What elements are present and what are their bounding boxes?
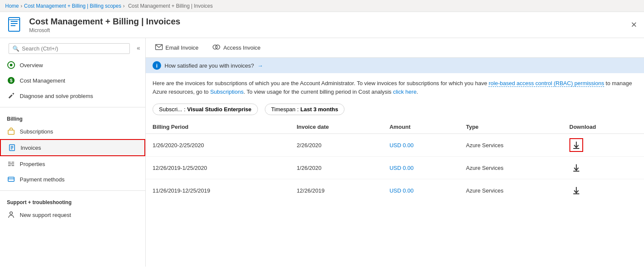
billing-icon bbox=[7, 16, 24, 33]
page-header: Cost Management + Billing | Invoices Mic… bbox=[0, 12, 644, 38]
subscriptions-icon bbox=[7, 127, 15, 136]
svg-rect-9 bbox=[8, 130, 14, 134]
svg-point-21 bbox=[10, 212, 12, 214]
page-header-text: Cost Management + Billing | Invoices Mic… bbox=[29, 17, 180, 33]
click-here-link[interactable]: click here bbox=[393, 89, 416, 95]
table-row: 1/26/2020-2/25/20202/26/2020USD 0.00Azur… bbox=[146, 134, 644, 157]
amount-cell[interactable]: USD 0.00 bbox=[383, 179, 459, 202]
email-icon bbox=[155, 44, 163, 51]
col-type: Type bbox=[459, 120, 562, 134]
sidebar-item-support-request[interactable]: New support request bbox=[0, 207, 145, 222]
description-area: Here are the invoices for subscriptions … bbox=[146, 73, 644, 100]
sidebar-item-cost-management[interactable]: $ Cost Management bbox=[0, 73, 145, 88]
svg-text:$: $ bbox=[10, 78, 12, 83]
page-title: Cost Management + Billing | Invoices bbox=[29, 17, 180, 27]
subscription-filter[interactable]: Subscri... : Visual Studio Enterprise bbox=[153, 104, 258, 115]
download-cell[interactable] bbox=[563, 134, 644, 157]
sidebar: 🔍 « Overview $ Cost Management Diagnose … bbox=[0, 38, 146, 267]
amount-link[interactable]: USD 0.00 bbox=[389, 165, 413, 171]
breadcrumb-billing-scopes[interactable]: Cost Management + Billing | Billing scop… bbox=[24, 3, 121, 9]
sidebar-item-payment-label: Payment methods bbox=[20, 176, 65, 183]
type-cell: Azure Services bbox=[459, 157, 562, 179]
sidebar-item-diagnose-label: Diagnose and solve problems bbox=[20, 93, 93, 99]
billing-period-cell: 11/26/2019-12/25/2019 bbox=[146, 179, 290, 202]
download-cell[interactable] bbox=[563, 157, 644, 179]
amount-link[interactable]: USD 0.00 bbox=[389, 142, 413, 148]
sidebar-item-properties-label: Properties bbox=[20, 161, 45, 167]
description-text-after-sub: . To view usage for the current billing … bbox=[243, 89, 393, 95]
breadcrumb: Home › Cost Management + Billing | Billi… bbox=[0, 0, 644, 12]
access-invoice-button[interactable]: Access Invoice bbox=[210, 42, 263, 53]
billing-period-cell: 12/26/2019-1/25/2020 bbox=[146, 157, 290, 179]
col-invoice-date: Invoice date bbox=[290, 120, 383, 134]
type-cell: Azure Services bbox=[459, 134, 562, 157]
page-subtitle: Microsoft bbox=[29, 27, 180, 33]
svg-rect-19 bbox=[8, 177, 14, 181]
sidebar-item-payment-methods[interactable]: Payment methods bbox=[0, 172, 145, 187]
sidebar-item-overview[interactable]: Overview bbox=[0, 57, 145, 73]
subscription-filter-value: Visual Studio Enterprise bbox=[187, 106, 252, 113]
svg-point-24 bbox=[216, 45, 220, 49]
subscription-filter-label: Subscri... bbox=[159, 106, 182, 113]
cost-management-icon: $ bbox=[7, 76, 15, 85]
svg-point-6 bbox=[10, 64, 12, 66]
email-invoice-button[interactable]: Email Invoice bbox=[153, 42, 201, 53]
timespan-filter-label: Timespan bbox=[271, 106, 296, 113]
properties-icon bbox=[7, 160, 15, 168]
col-amount: Amount bbox=[383, 120, 459, 134]
col-download: Download bbox=[563, 120, 644, 134]
nav-divider-billing bbox=[0, 107, 145, 107]
content-area: Email Invoice Access Invoice i How satis… bbox=[146, 38, 644, 267]
access-invoice-label: Access Invoice bbox=[223, 44, 261, 51]
info-banner-arrow[interactable]: → bbox=[258, 62, 263, 69]
invoices-icon bbox=[8, 143, 16, 152]
invoice-date-cell: 2/26/2020 bbox=[290, 134, 383, 157]
sidebar-item-subscriptions-label: Subscriptions bbox=[20, 128, 53, 135]
email-invoice-label: Email Invoice bbox=[165, 44, 198, 51]
rbac-link[interactable]: role-based access control (RBAC) permiss… bbox=[488, 80, 604, 87]
download-button[interactable] bbox=[569, 138, 583, 152]
download-cell[interactable] bbox=[563, 179, 644, 202]
info-banner: i How satisfied are you with invoices? → bbox=[146, 58, 644, 73]
payment-methods-icon bbox=[7, 175, 15, 184]
table-row: 12/26/2019-1/25/20201/26/2020USD 0.00Azu… bbox=[146, 157, 644, 179]
close-button[interactable]: ✕ bbox=[631, 20, 637, 30]
invoice-date-cell: 12/26/2019 bbox=[290, 179, 383, 202]
sidebar-item-invoices-label: Invoices bbox=[21, 145, 41, 151]
col-billing-period: Billing Period bbox=[146, 120, 290, 134]
type-cell: Azure Services bbox=[459, 179, 562, 202]
download-button[interactable] bbox=[569, 184, 583, 197]
amount-link[interactable]: USD 0.00 bbox=[389, 187, 413, 194]
description-text-before: Here are the invoices for subscriptions … bbox=[153, 80, 488, 86]
invoice-table: Billing Period Invoice date Amount Type … bbox=[146, 120, 644, 202]
breadcrumb-home[interactable]: Home bbox=[5, 3, 19, 9]
description-text-end: . bbox=[416, 89, 418, 95]
search-icon: 🔍 bbox=[12, 45, 19, 52]
invoice-date-cell: 1/26/2020 bbox=[290, 157, 383, 179]
info-banner-text: How satisfied are you with invoices? bbox=[165, 62, 254, 69]
billing-section-label: Billing bbox=[0, 111, 145, 124]
filter-row: Subscri... : Visual Studio Enterprise Ti… bbox=[146, 100, 644, 120]
subscriptions-link[interactable]: Subscriptions bbox=[210, 89, 243, 95]
timespan-filter[interactable]: Timespan : Last 3 months bbox=[265, 104, 344, 115]
overview-icon bbox=[7, 61, 15, 69]
sidebar-item-invoices[interactable]: Invoices bbox=[0, 139, 145, 156]
timespan-filter-value: Last 3 months bbox=[300, 106, 338, 113]
sidebar-item-overview-label: Overview bbox=[20, 62, 43, 68]
nav-divider-support bbox=[0, 190, 145, 191]
support-icon bbox=[7, 211, 15, 219]
sidebar-item-support-label: New support request bbox=[20, 212, 71, 218]
sidebar-item-diagnose[interactable]: Diagnose and solve problems bbox=[0, 88, 145, 104]
amount-cell[interactable]: USD 0.00 bbox=[383, 134, 459, 157]
sidebar-item-properties[interactable]: Properties bbox=[0, 156, 145, 172]
amount-cell[interactable]: USD 0.00 bbox=[383, 157, 459, 179]
info-icon: i bbox=[153, 61, 161, 70]
collapse-button[interactable]: « bbox=[135, 43, 142, 53]
main-layout: 🔍 « Overview $ Cost Management Diagnose … bbox=[0, 38, 644, 267]
wrench-icon bbox=[7, 92, 15, 100]
sidebar-item-cost-label: Cost Management bbox=[20, 77, 65, 84]
sidebar-item-subscriptions[interactable]: Subscriptions bbox=[0, 124, 145, 139]
download-button[interactable] bbox=[569, 161, 583, 175]
access-invoice-icon bbox=[212, 44, 221, 51]
search-input[interactable] bbox=[22, 45, 126, 52]
